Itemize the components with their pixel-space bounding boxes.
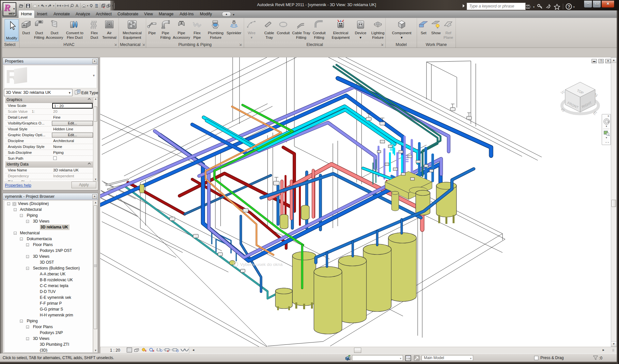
svg-text:Vyberte usek do okna: Vyberte usek do okna xyxy=(240,262,283,267)
svg-text:x: x xyxy=(103,6,105,8)
svg-text:x: x xyxy=(153,349,154,352)
svg-text:x: x xyxy=(145,349,147,352)
svg-text:?: ? xyxy=(568,4,570,9)
svg-text:x: x xyxy=(167,349,169,353)
svg-text:▾: ▾ xyxy=(533,6,534,8)
svg-text:c: c xyxy=(235,263,236,266)
svg-text:▾: ▾ xyxy=(573,6,575,8)
svg-text:A: A xyxy=(76,4,79,8)
